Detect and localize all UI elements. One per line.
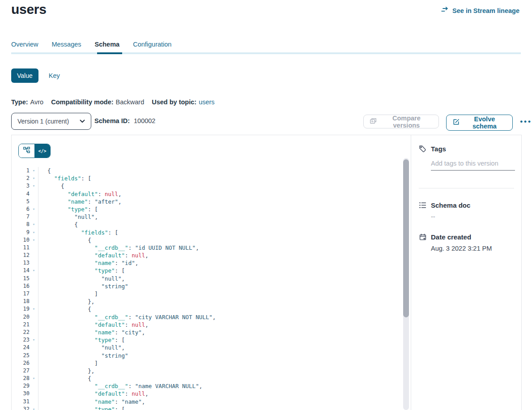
fold-toggle-icon[interactable]: ▾ xyxy=(30,267,38,274)
stream-lineage-label: See in Stream lineage xyxy=(452,7,519,14)
code-text: "string" xyxy=(38,282,403,290)
sidebar-divider xyxy=(419,188,514,188)
used-by-topic-label: Used by topic: xyxy=(152,98,196,106)
fold-spacer xyxy=(30,390,38,397)
tab-schema[interactable]: Schema xyxy=(95,41,120,53)
compare-versions-icon xyxy=(370,118,377,126)
line-number: 19 xyxy=(12,305,30,313)
fold-toggle-icon[interactable]: ▾ xyxy=(30,205,38,213)
code-text: "string" xyxy=(38,352,403,359)
line-number: 18 xyxy=(12,298,30,305)
schema-page: users See in Stream lineage OverviewMess… xyxy=(0,0,532,410)
fold-toggle-icon[interactable]: ▾ xyxy=(30,336,38,344)
tab-active-indicator xyxy=(97,52,122,54)
more-options-button[interactable]: ••• xyxy=(520,115,532,128)
code-line: 5 "name": "after", xyxy=(12,198,403,205)
code-line: 23▾ "type": [ xyxy=(12,336,403,344)
code-text: "type": [ xyxy=(38,406,403,410)
fold-spacer xyxy=(30,321,38,329)
code-line: 22 "name": "city", xyxy=(12,329,403,336)
line-number: 15 xyxy=(12,275,30,282)
fold-spacer xyxy=(30,382,38,390)
fold-spacer xyxy=(30,259,38,267)
add-tags-input[interactable] xyxy=(431,160,515,171)
line-number: 20 xyxy=(12,313,30,321)
fold-toggle-icon[interactable]: ▾ xyxy=(30,406,38,410)
schema-doc-value: -- xyxy=(431,213,514,220)
line-number: 17 xyxy=(12,290,30,298)
fold-spacer xyxy=(30,298,38,305)
fold-spacer xyxy=(30,252,38,259)
schema-doc-section: Schema doc -- xyxy=(419,201,514,220)
code-text: { xyxy=(38,221,403,228)
code-lines: 1▾{2▾ "fields": [3▾ {4 "default": null,5… xyxy=(12,167,403,410)
code-viewer: </> 1▾{2▾ "fields": [3▾ {4 "default": nu… xyxy=(12,135,411,410)
code-text: { xyxy=(38,305,403,313)
fold-toggle-icon[interactable]: ▾ xyxy=(30,236,38,244)
fold-toggle-icon[interactable]: ▾ xyxy=(30,167,38,175)
value-tab-button[interactable]: Value xyxy=(11,68,38,83)
code-text: { xyxy=(38,167,403,175)
line-number: 1 xyxy=(12,167,30,175)
fold-toggle-icon[interactable]: ▾ xyxy=(30,229,38,236)
fold-toggle-icon[interactable]: ▾ xyxy=(30,375,38,382)
code-line: 24 "null", xyxy=(12,344,403,351)
code-scrollbar-thumb[interactable] xyxy=(403,159,409,317)
tab-messages[interactable]: Messages xyxy=(51,41,81,53)
code-text: }, xyxy=(38,298,403,305)
schema-sidebar: Tags Schema doc -- xyxy=(411,135,521,410)
meta-used-by-topic: Used by topic: users xyxy=(152,98,214,106)
evolve-schema-button[interactable]: Evolve schema xyxy=(446,115,513,131)
line-number: 27 xyxy=(12,367,30,375)
code-text: "type": [ xyxy=(38,205,403,213)
fold-spacer xyxy=(30,344,38,351)
tree-view-button[interactable] xyxy=(19,144,34,158)
code-text: "null", xyxy=(38,275,403,282)
code-line: 16 "string" xyxy=(12,282,403,290)
code-line: 32▾ "type": [ xyxy=(12,406,403,410)
value-key-toggle: Value Key xyxy=(11,68,60,83)
code-text: "null", xyxy=(38,213,403,221)
line-number: 10 xyxy=(12,236,30,244)
meta-type: Type: Avro xyxy=(11,98,43,106)
compare-versions-button[interactable]: Compare versions xyxy=(363,115,439,128)
fold-spacer xyxy=(30,190,38,198)
date-created-section: Date created Aug. 3 2022 3:21 PM xyxy=(419,233,514,252)
stream-lineage-link[interactable]: See in Stream lineage xyxy=(441,7,519,14)
fold-toggle-icon[interactable]: ▾ xyxy=(30,175,38,182)
version-select[interactable]: Version 1 (current) xyxy=(11,113,91,130)
schema-panel: </> 1▾{2▾ "fields": [3▾ {4 "default": nu… xyxy=(11,135,522,410)
line-number: 14 xyxy=(12,267,30,274)
tags-section-header: Tags xyxy=(419,145,514,153)
line-number: 11 xyxy=(12,244,30,252)
fold-toggle-icon[interactable]: ▾ xyxy=(30,305,38,313)
tags-heading: Tags xyxy=(431,145,446,153)
code-text: ] xyxy=(38,359,403,367)
line-number: 29 xyxy=(12,382,30,390)
tab-overview[interactable]: Overview xyxy=(11,41,38,53)
calendar-plus-icon xyxy=(419,234,426,241)
view-mode-toggle: </> xyxy=(18,144,51,158)
fold-spacer xyxy=(30,244,38,252)
line-number: 16 xyxy=(12,282,30,290)
line-number: 3 xyxy=(12,182,30,190)
code-text: "fields": [ xyxy=(38,229,403,236)
line-number: 31 xyxy=(12,398,30,406)
evolve-schema-label: Evolve schema xyxy=(463,115,506,130)
schema-doc-header: Schema doc xyxy=(419,201,514,209)
code-view-button[interactable]: </> xyxy=(34,144,50,158)
line-number: 30 xyxy=(12,390,30,397)
tab-configuration[interactable]: Configuration xyxy=(133,41,171,53)
date-created-heading: Date created xyxy=(431,233,471,241)
key-tab-link[interactable]: Key xyxy=(49,72,60,79)
code-text: "fields": [ xyxy=(38,175,403,182)
topic-link[interactable]: users xyxy=(199,98,214,106)
fold-spacer xyxy=(30,290,38,298)
fold-spacer xyxy=(30,398,38,406)
fold-toggle-icon[interactable]: ▾ xyxy=(30,221,38,228)
tree-view-icon xyxy=(23,147,30,155)
code-line: 3▾ { xyxy=(12,182,403,190)
stream-lineage-icon xyxy=(441,7,449,14)
fold-toggle-icon[interactable]: ▾ xyxy=(30,182,38,190)
code-line: 11 "__crdb__": "id UUID NOT NULL", xyxy=(12,244,403,252)
